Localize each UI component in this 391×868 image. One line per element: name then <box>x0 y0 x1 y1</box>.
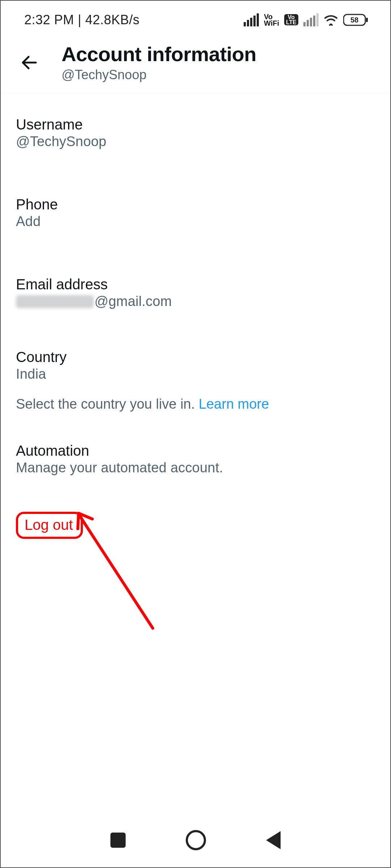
item-email[interactable]: Email address @gmail.com <box>16 229 375 309</box>
item-value: India <box>16 366 375 382</box>
signal-strength-icon-2 <box>303 13 319 26</box>
status-bar: 2:32 PM | 42.8KB/s VoWiFi VoLTE 58 <box>1 1 390 39</box>
recent-apps-button[interactable] <box>110 833 126 848</box>
item-label: Phone <box>16 196 375 213</box>
item-value: Add <box>16 214 375 229</box>
status-icons: VoWiFi VoLTE 58 <box>244 13 369 26</box>
item-label: Country <box>16 349 375 365</box>
item-description: Select the country you live in. Learn mo… <box>16 396 375 412</box>
settings-list: Username @TechySnoop Phone Add Email add… <box>1 93 390 539</box>
email-domain: @gmail.com <box>94 294 172 309</box>
item-label: Email address <box>16 276 375 293</box>
learn-more-link[interactable]: Learn more <box>199 396 269 412</box>
item-value: Manage your automated account. <box>16 460 375 476</box>
item-automation[interactable]: Automation Manage your automated account… <box>16 412 375 476</box>
home-button[interactable] <box>186 830 206 850</box>
item-label: Automation <box>16 443 375 459</box>
page-title: Account information <box>62 42 256 66</box>
item-username[interactable]: Username @TechySnoop <box>16 93 375 149</box>
svg-rect-1 <box>366 18 368 22</box>
signal-strength-icon <box>244 13 259 26</box>
redacted-email-local <box>16 295 94 308</box>
item-value: @TechySnoop <box>16 134 375 149</box>
item-country[interactable]: Country India Select the country you liv… <box>16 309 375 412</box>
arrow-left-icon <box>20 53 39 72</box>
volte-icon: VoLTE <box>284 14 298 25</box>
item-value: @gmail.com <box>16 294 375 309</box>
vowifi-icon: VoWiFi <box>264 13 279 26</box>
page-header: Account information @TechySnoop <box>1 39 390 93</box>
page-subtitle: @TechySnoop <box>62 67 256 82</box>
back-nav-button[interactable] <box>266 831 281 849</box>
status-time: 2:32 PM | 42.8KB/s <box>24 12 140 27</box>
logout-button[interactable]: Log out <box>16 512 83 539</box>
svg-text:58: 58 <box>350 16 358 24</box>
wifi-icon <box>324 14 338 26</box>
system-nav-bar <box>1 820 390 867</box>
battery-icon: 58 <box>343 13 369 26</box>
item-phone[interactable]: Phone Add <box>16 149 375 229</box>
item-label: Username <box>16 116 375 133</box>
back-button[interactable] <box>15 53 44 72</box>
